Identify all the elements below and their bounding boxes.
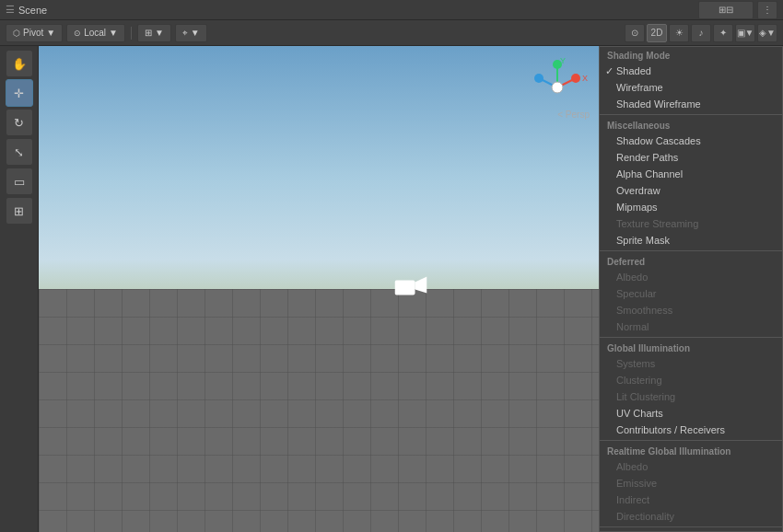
layout-btn[interactable]: ⊞⊟ [698,1,754,19]
menu-item-smoothness: Smoothness [600,302,782,318]
divider-2 [600,250,782,251]
separator-1 [131,27,132,40]
grid-icon: ⊞ [145,28,152,38]
section-header-global-illumination: Global Illumination [600,340,782,355]
svg-text:X: X [582,74,588,83]
svg-rect-0 [395,281,415,295]
local-dropdown-icon: ▼ [109,28,118,38]
menu-item-render-paths[interactable]: Render Paths [600,149,782,166]
menu-item-lit-clustering: Lit Clustering [600,388,782,405]
menu-item-overdraw[interactable]: Overdraw [600,182,782,199]
menu-item-rt-emissive: Emissive [600,475,782,492]
move-tool[interactable]: ✛ [6,79,33,107]
svg-text:Y: Y [560,56,566,65]
local-icon: ⊙ [74,29,81,38]
lighting-btn[interactable]: ☀ [669,24,689,42]
rect-tool[interactable]: ▭ [6,168,33,195]
pivot-icon: ⬡ [13,29,20,38]
local-button[interactable]: ⊙ Local ▼ [66,24,125,42]
scale-tool[interactable]: ⤡ [6,138,33,166]
menu-item-mipmaps[interactable]: Mipmaps [600,199,782,215]
pivot-button[interactable]: ⬡ Pivot ▼ [6,24,63,42]
scene-view-btn[interactable]: ▣▼ [735,24,755,42]
section-header-realtime-gi: Realtime Global Illumination [600,443,782,458]
fx-icon: ✦ [719,28,727,38]
scene-view-icon: ▣ [737,28,745,38]
section-header-deferred: Deferred [600,253,782,269]
gizmos-icon: ◈ [759,28,766,38]
transform-tool[interactable]: ⊞ [6,197,33,225]
section-header-miscellaneous: Miscellaneous [600,117,782,133]
2d-btn[interactable]: 2D [647,24,667,42]
menu-item-systems: Systems [600,355,782,372]
menu-item-rt-indirect: Indirect [600,492,782,508]
snap-btn[interactable]: ⌖▼ [175,24,207,42]
camera-object[interactable] [395,273,427,306]
divider-5 [600,526,782,527]
menu-item-sprite-mask[interactable]: Sprite Mask [600,232,782,249]
svg-point-9 [534,74,543,83]
svg-point-3 [571,74,580,83]
snap-icon: ⌖ [182,28,188,39]
persp-label: < Persp [557,110,590,120]
menu-item-albedo: Albedo [600,269,782,285]
more-btn[interactable]: ⋮ [757,1,777,19]
menu-item-normal: Normal [600,318,782,335]
draw-mode-btn[interactable]: ⊙ [625,24,645,42]
menu-item-texture-streaming: Texture Streaming [600,215,782,232]
menu-item-wireframe[interactable]: Wireframe [600,79,782,96]
divider-1 [600,114,782,115]
right-toolbar: ⊙ 2D ☀ ♪ ✦ ▣▼ ◈▼ [625,24,777,42]
menu-item-rt-albedo: Albedo [600,458,782,475]
shading-dropdown: Shading Mode Shaded Wireframe Shaded Wir… [599,46,783,532]
menu-item-rt-directionality: Directionality [600,508,782,525]
divider-4 [600,440,782,441]
menu-item-specular: Specular [600,285,782,302]
hand-tool[interactable]: ✋ [6,50,33,77]
grid-btn[interactable]: ⊞▼ [137,24,171,42]
scene-icon: ☰ [6,4,15,16]
divider-3 [600,337,782,338]
menu-item-uv-charts[interactable]: UV Charts [600,405,782,422]
menu-item-contributors-receivers[interactable]: Contributors / Receivers [600,422,782,438]
rotate-tool[interactable]: ↻ [6,109,33,136]
menu-item-shaded-wireframe[interactable]: Shaded Wireframe [600,96,782,112]
svg-marker-1 [415,277,427,294]
menu-item-shaded[interactable]: Shaded [600,63,782,79]
scene-viewport[interactable]: X Y < Persp Shading Mode Shaded Wirefram… [39,46,783,532]
lighting-icon: ☀ [675,28,684,38]
menu-item-clustering: Clustering [600,372,782,388]
menu-item-shadow-cascades[interactable]: Shadow Cascades [600,133,782,149]
draw-icon: ⊙ [631,28,638,38]
tools-panel: ✋ ✛ ↻ ⤡ ▭ ⊞ [0,46,39,532]
gizmos-btn[interactable]: ◈▼ [757,24,777,42]
audio-icon: ♪ [699,28,704,38]
window-title: Scene [18,5,47,16]
svg-point-10 [552,82,563,93]
audio-btn[interactable]: ♪ [691,24,711,42]
fx-btn[interactable]: ✦ [713,24,733,42]
main-area: ✋ ✛ ↻ ⤡ ▭ ⊞ X Y [0,46,783,532]
window-bar: ☰ Scene ⊞⊟ ⋮ [0,0,783,20]
scene-gizmo[interactable]: X Y < Persp [525,55,590,120]
scene-toolbar: ⬡ Pivot ▼ ⊙ Local ▼ ⊞▼ ⌖▼ ⊙ 2D ☀ ♪ ✦ ▣▼ [0,20,783,46]
section-header-shading-mode: Shading Mode [600,47,782,63]
pivot-dropdown-icon: ▼ [46,28,55,38]
menu-item-alpha-channel[interactable]: Alpha Channel [600,166,782,182]
